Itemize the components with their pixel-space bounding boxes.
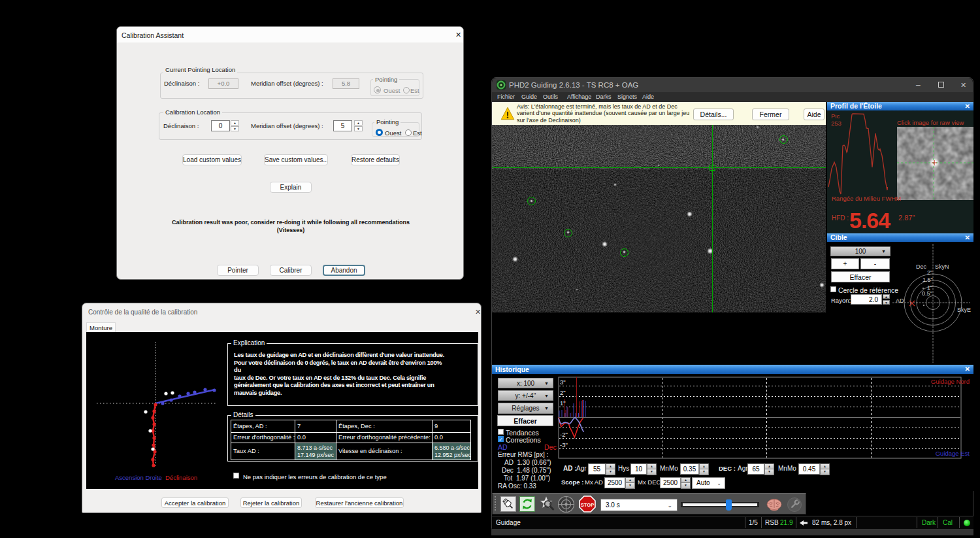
svg-text:2": 2": [927, 269, 932, 276]
svg-text:2": 2": [560, 389, 566, 396]
svg-text:-3": -3": [560, 441, 568, 448]
svg-text:0.5": 0.5": [922, 290, 932, 297]
svg-text:SkyN: SkyN: [935, 263, 949, 270]
svg-text:SkyE: SkyE: [957, 307, 971, 313]
svg-text:-2": -2": [560, 431, 568, 438]
svg-text:1.5": 1.5": [923, 277, 933, 283]
svg-text:3": 3": [560, 378, 566, 386]
svg-text:STOP: STOP: [581, 502, 594, 508]
svg-text:1": 1": [560, 399, 566, 407]
svg-text:Dec: Dec: [916, 263, 927, 270]
svg-text:AD: AD: [896, 297, 904, 304]
